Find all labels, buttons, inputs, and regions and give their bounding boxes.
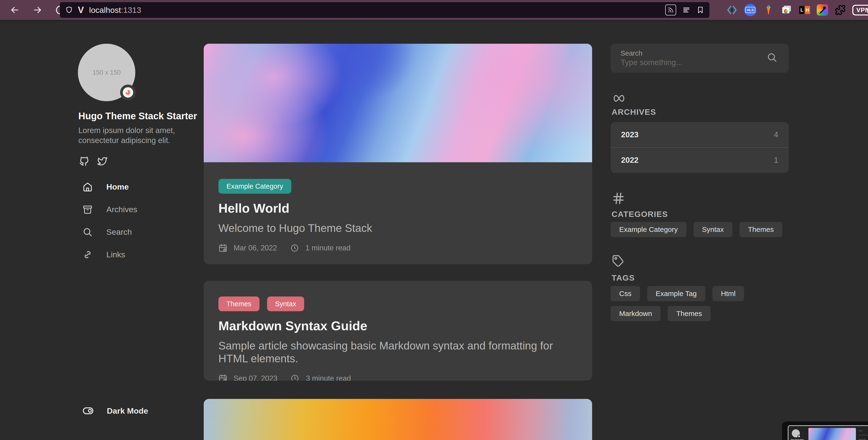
rss-icon	[665, 4, 676, 16]
github-icon[interactable]	[79, 156, 90, 167]
article-hero-image[interactable]	[204, 44, 592, 162]
home-icon	[83, 182, 94, 192]
archives-widget: 2023 4 2022 1	[611, 122, 789, 173]
tag-chip[interactable]: Css	[611, 286, 640, 301]
mini-search-label: Search	[859, 430, 863, 432]
site-avatar[interactable]: 150 x 150	[78, 44, 135, 101]
extension-eyedropper-icon[interactable]	[817, 4, 828, 16]
back-button[interactable]	[8, 3, 21, 17]
categories-list: Example Category Syntax Themes	[611, 222, 782, 237]
clock-icon	[290, 374, 300, 381]
window-preview-thumbnail[interactable]: Hugo Theme Stack Starter Lorem ipsum dol…	[782, 421, 868, 440]
address-bar-actions	[665, 4, 704, 16]
clock-icon	[290, 244, 299, 252]
tag-chip[interactable]: Example Tag	[647, 286, 705, 301]
sidebar-item-archives[interactable]: Archives	[79, 198, 202, 221]
shield-tracker-icon[interactable]	[65, 6, 73, 14]
sidebar-item-links[interactable]: Links	[79, 243, 202, 266]
article-card-gradient-hero[interactable]	[204, 399, 592, 440]
tag-chip[interactable]: Markdown	[611, 306, 660, 321]
reader-mode-button[interactable]	[682, 6, 690, 14]
article-body: Example Category Hello World Welcome to …	[204, 162, 592, 253]
archive-count: 4	[774, 130, 778, 139]
sidebar-item-search[interactable]: Search	[79, 221, 202, 243]
extension-vpn-icon[interactable]: VPN	[852, 5, 868, 16]
archive-row-2023[interactable]: 2023 4	[611, 122, 789, 147]
dark-mode-label: Dark Mode	[107, 406, 148, 415]
site-description: Lorem ipsum dolor sit amet, consectetur …	[79, 125, 180, 145]
mini-hero-image	[808, 428, 856, 440]
category-chip[interactable]: Themes	[740, 222, 782, 237]
search-magnifier-icon[interactable]	[767, 52, 777, 63]
calendar-icon	[218, 243, 227, 253]
extension-puzzle-icon[interactable]	[834, 4, 846, 16]
bookmark-icon	[696, 6, 704, 14]
address-bar[interactable]: V localhost:1313	[60, 2, 709, 18]
article-meta: Sep 07, 2023 3 minute read	[218, 374, 578, 381]
avatar-placeholder-text: 150 x 150	[93, 69, 121, 76]
url-port: :1313	[121, 5, 141, 14]
article-date: Mar 06, 2022	[234, 244, 277, 252]
calendar-icon	[218, 374, 227, 381]
window-preview-content: Hugo Theme Stack Starter Lorem ipsum dol…	[788, 425, 868, 440]
extension-chrome-windows-icon[interactable]	[781, 4, 793, 16]
social-links	[79, 156, 108, 167]
article-read-time: 1 minute read	[306, 244, 351, 252]
article-card-hello-world[interactable]: Example Category Hello World Welcome to …	[204, 44, 592, 264]
narutomaki-icon	[123, 87, 133, 98]
sidebar-item-home[interactable]: Home	[79, 176, 202, 198]
url-host: localhost	[89, 5, 121, 14]
archive-count: 1	[774, 156, 778, 165]
hash-icon	[612, 192, 625, 205]
tag-chip[interactable]: Html	[712, 286, 744, 301]
dark-mode-toggle[interactable]: Dark Mode	[83, 405, 148, 416]
infinity-icon	[612, 94, 625, 103]
toggle-icon	[83, 405, 94, 416]
category-badge[interactable]: Themes	[218, 296, 259, 311]
article-subtitle: Welcome to Hugo Theme Stack	[218, 222, 578, 234]
article-title[interactable]: Markdown Syntax Guide	[218, 318, 578, 333]
article-date: Sep 07, 2023	[234, 374, 277, 381]
tag-chip[interactable]: Themes	[668, 306, 710, 321]
article-categories: Themes Syntax	[218, 296, 578, 311]
category-chip[interactable]: Syntax	[693, 222, 733, 237]
tags-list-row1: Css Example Tag Html	[611, 286, 744, 301]
forward-button[interactable]	[31, 3, 44, 17]
extension-lh-icon[interactable]: L H	[799, 4, 810, 16]
mini-right-sidebar: Search Type something... ARCHIVES 2023	[859, 428, 868, 440]
page-content: 150 x 150 Hugo Theme Stack Starter Lorem…	[0, 20, 868, 440]
category-badge[interactable]: Syntax	[267, 296, 304, 311]
category-badge[interactable]: Example Category	[218, 179, 291, 194]
search-widget: Search	[611, 44, 789, 73]
article-meta: Mar 06, 2022 1 minute read	[218, 243, 578, 253]
search-widget-label: Search	[621, 50, 643, 57]
article-subtitle: Sample article showcasing basic Markdown…	[218, 339, 578, 365]
article-card-markdown-guide[interactable]: Themes Syntax Markdown Syntax Guide Samp…	[204, 281, 592, 381]
browser-toolbar: V localhost:1313	[0, 0, 868, 20]
url-text[interactable]: localhost:1313	[89, 5, 141, 15]
twitter-icon[interactable]	[97, 156, 108, 167]
bookmark-button[interactable]	[696, 6, 704, 14]
sidebar-item-label: Home	[106, 182, 129, 192]
archives-heading: ARCHIVES	[612, 107, 656, 117]
tags-list-row2: Markdown Themes	[611, 306, 711, 321]
extension-carrot-icon[interactable]	[763, 4, 774, 16]
main-menu: Home Archives Search Links	[79, 176, 202, 266]
extension-hls-tv-icon[interactable]: HLS	[744, 4, 756, 16]
lh-left-label: L	[799, 6, 805, 14]
archive-row-2022[interactable]: 2022 1	[611, 147, 789, 173]
article-title[interactable]: Hello World	[218, 201, 578, 215]
category-chip[interactable]: Example Category	[611, 222, 686, 237]
site-title[interactable]: Hugo Theme Stack Starter	[79, 111, 202, 121]
search-icon	[83, 227, 94, 237]
article-read-time: 3 minute read	[306, 374, 351, 381]
extension-code-brackets-icon[interactable]	[726, 4, 738, 16]
search-input[interactable]	[621, 58, 753, 67]
archive-year: 2022	[621, 156, 639, 165]
mini-site-title: Hugo Theme Stack Starter	[791, 439, 807, 440]
tags-heading: TAGS	[612, 273, 635, 283]
browser-nav-buttons	[8, 0, 67, 20]
sidebar-item-label: Archives	[106, 205, 137, 214]
emoji-badge[interactable]	[120, 85, 136, 100]
rss-button[interactable]	[665, 4, 676, 16]
